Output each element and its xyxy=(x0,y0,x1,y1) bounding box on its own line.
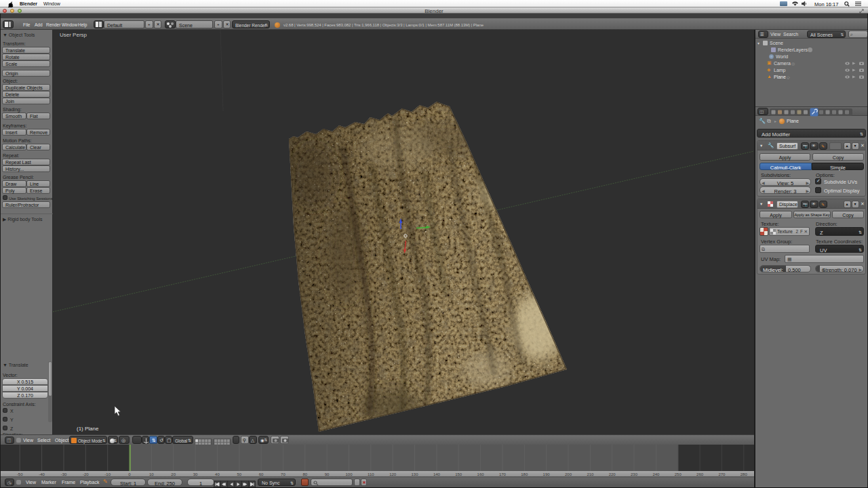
svg-text:90: 90 xyxy=(325,472,330,476)
svg-text:120: 120 xyxy=(389,472,397,476)
svg-text:190: 190 xyxy=(543,472,551,476)
svg-text:150: 150 xyxy=(455,472,462,476)
svg-text:100: 100 xyxy=(345,472,353,476)
svg-text:250: 250 xyxy=(675,472,682,476)
svg-text:230: 230 xyxy=(631,472,638,476)
svg-text:210: 210 xyxy=(587,472,594,476)
svg-text:0: 0 xyxy=(128,472,131,476)
svg-text:-50: -50 xyxy=(17,472,23,476)
svg-text:40: 40 xyxy=(215,472,220,476)
svg-text:130: 130 xyxy=(411,472,418,476)
svg-text:-10: -10 xyxy=(104,472,111,476)
svg-text:200: 200 xyxy=(565,472,572,476)
svg-text:-20: -20 xyxy=(83,472,89,476)
svg-text:70: 70 xyxy=(281,472,285,476)
svg-text:20: 20 xyxy=(171,472,176,476)
svg-text:260: 260 xyxy=(696,472,704,476)
svg-text:220: 220 xyxy=(609,472,616,476)
svg-text:160: 160 xyxy=(477,472,485,476)
svg-text:180: 180 xyxy=(521,472,528,476)
svg-text:60: 60 xyxy=(259,472,264,476)
svg-text:-30: -30 xyxy=(61,472,67,476)
svg-text:240: 240 xyxy=(652,472,660,476)
svg-text:140: 140 xyxy=(433,472,441,476)
svg-text:110: 110 xyxy=(368,472,374,476)
svg-text:-40: -40 xyxy=(39,472,45,476)
svg-text:10: 10 xyxy=(149,472,154,476)
svg-text:50: 50 xyxy=(237,472,241,476)
svg-text:170: 170 xyxy=(499,472,507,476)
svg-text:280: 280 xyxy=(741,472,748,476)
svg-text:80: 80 xyxy=(302,472,307,476)
svg-text:270: 270 xyxy=(718,472,726,476)
svg-text:30: 30 xyxy=(193,472,198,476)
